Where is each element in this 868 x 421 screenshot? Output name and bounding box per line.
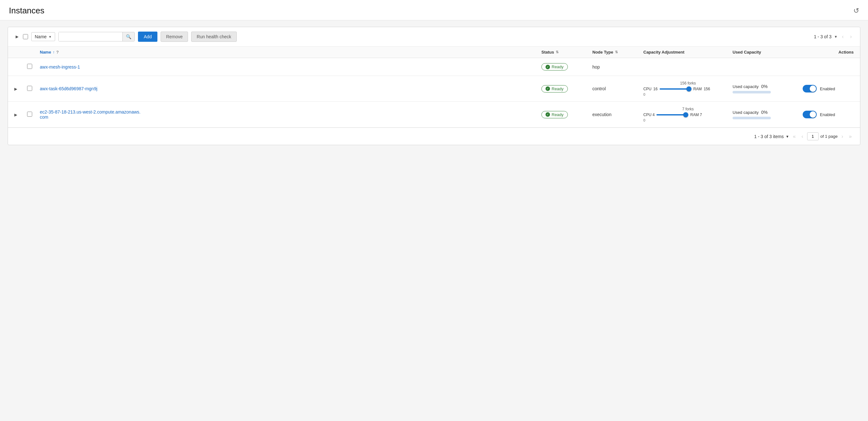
used-cap-pct: 0% xyxy=(761,110,768,115)
row-expand-icon[interactable]: ▶ xyxy=(14,87,17,91)
node-type: hop xyxy=(592,64,643,69)
used-cap-bar xyxy=(733,117,771,119)
capacity-min-label: 0 xyxy=(643,92,733,96)
toggle-label: Enabled xyxy=(820,86,835,91)
node-type: control xyxy=(592,86,643,91)
row-main: ▶ awx-task-65d6d96987-mgn9j ✓ Ready cont… xyxy=(8,76,860,102)
instances-table-container: ▶ Name ▼ 🔍 Add Remove Run health check 1… xyxy=(8,27,860,145)
row-checkbox[interactable] xyxy=(27,86,32,91)
sort-asc-icon[interactable]: ↑ xyxy=(53,50,55,55)
row-main: awx-mesh-ingress-1 ✓ Ready hop xyxy=(8,58,860,76)
help-icon[interactable]: ? xyxy=(56,50,59,55)
used-capacity-col: Used capacity 0% xyxy=(733,110,803,119)
row-expand-icon[interactable]: ▶ xyxy=(14,113,17,117)
table-row: ▶ awx-task-65d6d96987-mgn9j ✓ Ready cont… xyxy=(8,76,860,102)
used-cap-label: Used capacity xyxy=(733,84,759,89)
cpu-label: CPU 4 xyxy=(643,113,654,117)
col-name-label: Name xyxy=(40,50,51,55)
col-header-node-type: Node Type ⇅ xyxy=(592,50,643,55)
next-page-button-bottom[interactable]: › xyxy=(840,133,845,140)
status-badge: ✓ Ready xyxy=(541,63,568,71)
health-check-button[interactable]: Run health check xyxy=(191,32,237,42)
toggle-thumb xyxy=(810,111,816,118)
capacity-row: CPU 16 RAM 156 xyxy=(643,87,733,91)
toggle-thumb xyxy=(810,85,816,92)
page-title: Instances xyxy=(9,6,44,16)
toggle-col: Enabled xyxy=(803,111,854,118)
page-number-input[interactable] xyxy=(807,132,818,140)
col-header-actions: Actions xyxy=(803,50,854,55)
first-page-button[interactable]: « xyxy=(791,133,798,140)
pagination-count: 1 - 3 of 3 xyxy=(814,34,831,39)
bottom-pagination: 1 - 3 of 3 items ▼ « ‹ of 1 page › » xyxy=(8,128,860,145)
instance-name-link[interactable]: awx-task-65d6d96987-mgn9j xyxy=(40,86,97,91)
status-label: Ready xyxy=(552,86,564,91)
used-cap-pct: 0% xyxy=(761,84,768,89)
top-pagination-info: 1 - 3 of 3 ▼ ‹ › xyxy=(814,33,854,40)
node-type: execution xyxy=(592,112,643,117)
status-label: Ready xyxy=(552,112,564,117)
row-checkbox[interactable] xyxy=(27,64,32,69)
select-all-checkbox[interactable] xyxy=(23,34,28,39)
status-sort-icon[interactable]: ⇅ xyxy=(556,50,559,54)
used-capacity-col: Used capacity 0% xyxy=(733,84,803,93)
status-check-icon: ✓ xyxy=(546,112,550,117)
main-content: ▶ Name ▼ 🔍 Add Remove Run health check 1… xyxy=(0,21,868,151)
bottom-pagination-info: 1 - 3 of 3 items xyxy=(754,134,784,139)
capacity-min-label: 0 xyxy=(643,118,733,122)
next-page-button[interactable]: › xyxy=(848,33,854,40)
cpu-value: 16 xyxy=(653,87,657,91)
forks-top-label: 156 forks xyxy=(643,81,733,85)
last-page-button[interactable]: » xyxy=(847,133,854,140)
filter-select[interactable]: Name ▼ xyxy=(31,32,55,41)
capacity-slider[interactable] xyxy=(660,88,691,90)
ram-label: RAM xyxy=(693,87,702,91)
row-checkbox[interactable] xyxy=(27,112,32,117)
search-button[interactable]: 🔍 xyxy=(122,32,134,41)
toolbar: ▶ Name ▼ 🔍 Add Remove Run health check 1… xyxy=(8,27,860,47)
node-type-sort-icon[interactable]: ⇅ xyxy=(615,50,618,54)
toggle-col: Enabled xyxy=(803,85,854,92)
status-check-icon: ✓ xyxy=(546,86,550,91)
capacity-col: 7 forks CPU 4 RAM 7 0 xyxy=(643,107,733,122)
used-cap-bar xyxy=(733,91,771,93)
bottom-pagination-chevron-icon[interactable]: ▼ xyxy=(785,135,789,138)
enabled-toggle[interactable] xyxy=(803,85,817,92)
enabled-toggle[interactable] xyxy=(803,111,817,118)
toggle-label: Enabled xyxy=(820,112,835,117)
row-main: ▶ ec2-35-87-18-213.us-west-2.compute.ama… xyxy=(8,102,860,127)
prev-page-button-bottom[interactable]: ‹ xyxy=(800,133,805,140)
cpu-label: CPU xyxy=(643,87,651,91)
status-label: Ready xyxy=(552,64,564,69)
col-header-name: Name ↑ ? xyxy=(40,50,541,55)
page-header: Instances ↺ xyxy=(0,0,868,21)
filter-label: Name xyxy=(35,34,46,39)
table-header: Name ↑ ? Status ⇅ Node Type ⇅ Capacity A… xyxy=(8,47,860,58)
table-row: ▶ ec2-35-87-18-213.us-west-2.compute.ama… xyxy=(8,102,860,128)
pagination-chevron-icon[interactable]: ▼ xyxy=(834,35,837,38)
instance-name-link[interactable]: awx-mesh-ingress-1 xyxy=(40,64,80,69)
instance-name-link[interactable]: ec2-35-87-18-213.us-west-2.compute.amazo… xyxy=(40,109,142,120)
col-header-status: Status ⇅ xyxy=(541,50,592,55)
ram-value: 156 xyxy=(704,87,710,91)
col-header-capacity: Capacity Adjustment xyxy=(643,50,733,55)
col-header-used-capacity: Used Capacity xyxy=(733,50,803,55)
remove-button[interactable]: Remove xyxy=(161,32,188,42)
of-page-text: of 1 page xyxy=(820,134,838,139)
status-badge: ✓ Ready xyxy=(541,85,568,92)
search-wrapper: 🔍 xyxy=(58,32,135,41)
forks-top-label: 7 forks xyxy=(643,107,733,111)
history-icon[interactable]: ↺ xyxy=(853,7,859,15)
capacity-slider[interactable] xyxy=(656,114,688,115)
filter-chevron-icon: ▼ xyxy=(49,35,52,38)
search-input[interactable] xyxy=(59,32,122,41)
expand-all-icon[interactable]: ▶ xyxy=(14,33,20,40)
status-badge: ✓ Ready xyxy=(541,111,568,118)
prev-page-button[interactable]: ‹ xyxy=(840,33,845,40)
table-row: awx-mesh-ingress-1 ✓ Ready hop xyxy=(8,58,860,76)
status-check-icon: ✓ xyxy=(546,65,550,69)
ram-label: RAM 7 xyxy=(690,113,702,117)
capacity-row: CPU 4 RAM 7 xyxy=(643,113,733,117)
capacity-col: 156 forks CPU 16 RAM 156 0 xyxy=(643,81,733,96)
add-button[interactable]: Add xyxy=(138,32,157,42)
